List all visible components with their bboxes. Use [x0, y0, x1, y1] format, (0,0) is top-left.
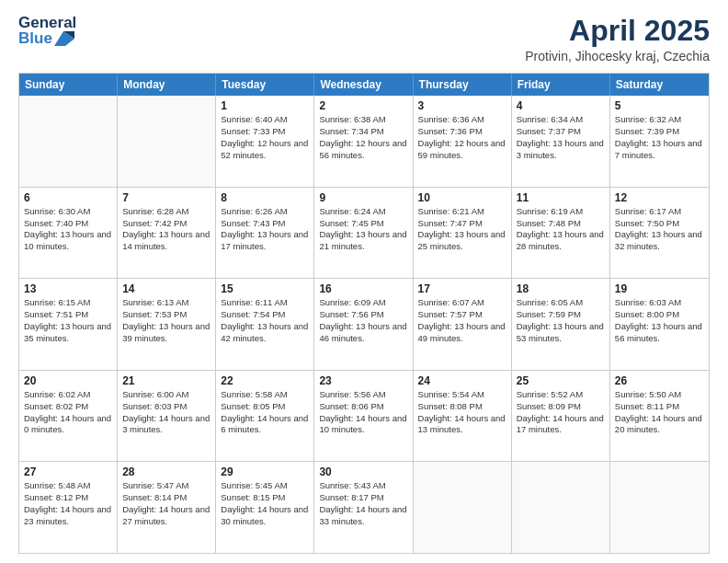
day-number: 2	[319, 99, 407, 112]
calendar-cell: 18Sunrise: 6:05 AM Sunset: 7:59 PM Dayli…	[512, 279, 610, 370]
day-detail: Sunrise: 6:19 AM Sunset: 7:48 PM Dayligh…	[517, 206, 605, 253]
day-detail: Sunrise: 6:00 AM Sunset: 8:03 PM Dayligh…	[122, 389, 210, 436]
calendar-cell	[512, 462, 610, 553]
day-number: 10	[418, 191, 506, 204]
day-number: 7	[122, 191, 210, 204]
day-detail: Sunrise: 6:13 AM Sunset: 7:53 PM Dayligh…	[122, 297, 210, 344]
day-number: 15	[221, 282, 309, 295]
day-detail: Sunrise: 6:05 AM Sunset: 7:59 PM Dayligh…	[517, 297, 605, 344]
weekday-header: Friday	[512, 74, 610, 96]
calendar-cell: 27Sunrise: 5:48 AM Sunset: 8:12 PM Dayli…	[19, 462, 118, 553]
calendar-cell: 11Sunrise: 6:19 AM Sunset: 7:48 PM Dayli…	[512, 188, 610, 279]
calendar-cell: 1Sunrise: 6:40 AM Sunset: 7:33 PM Daylig…	[216, 96, 314, 187]
logo-blue: Blue	[18, 30, 52, 46]
calendar-cell: 20Sunrise: 6:02 AM Sunset: 8:02 PM Dayli…	[19, 371, 118, 462]
day-detail: Sunrise: 6:11 AM Sunset: 7:54 PM Dayligh…	[221, 297, 309, 344]
day-number: 19	[615, 282, 704, 295]
day-detail: Sunrise: 6:28 AM Sunset: 7:42 PM Dayligh…	[122, 206, 210, 253]
calendar-row: 13Sunrise: 6:15 AM Sunset: 7:51 PM Dayli…	[19, 279, 709, 371]
day-number: 21	[122, 374, 210, 387]
day-number: 25	[517, 374, 605, 387]
weekday-header: Wednesday	[314, 74, 413, 96]
day-number: 17	[418, 282, 506, 295]
location: Protivin, Jihocesky kraj, Czechia	[525, 49, 710, 63]
day-detail: Sunrise: 6:32 AM Sunset: 7:39 PM Dayligh…	[615, 114, 704, 161]
calendar-cell: 26Sunrise: 5:50 AM Sunset: 8:11 PM Dayli…	[610, 371, 709, 462]
calendar-cell: 21Sunrise: 6:00 AM Sunset: 8:03 PM Dayli…	[118, 371, 216, 462]
logo: General Blue	[18, 15, 76, 46]
calendar-cell: 23Sunrise: 5:56 AM Sunset: 8:06 PM Dayli…	[314, 371, 413, 462]
day-number: 29	[221, 465, 309, 478]
calendar-cell: 24Sunrise: 5:54 AM Sunset: 8:08 PM Dayli…	[414, 371, 512, 462]
calendar-cell: 16Sunrise: 6:09 AM Sunset: 7:56 PM Dayli…	[314, 279, 413, 370]
day-detail: Sunrise: 6:26 AM Sunset: 7:43 PM Dayligh…	[221, 206, 309, 253]
calendar-cell: 8Sunrise: 6:26 AM Sunset: 7:43 PM Daylig…	[216, 188, 314, 279]
day-detail: Sunrise: 6:40 AM Sunset: 7:33 PM Dayligh…	[221, 114, 309, 161]
calendar: SundayMondayTuesdayWednesdayThursdayFrid…	[18, 73, 710, 554]
calendar-row: 6Sunrise: 6:30 AM Sunset: 7:40 PM Daylig…	[19, 188, 709, 280]
calendar-cell	[414, 462, 512, 553]
month-title: April 2025	[525, 15, 710, 47]
header: General Blue April 2025 Protivin, Jihoce…	[18, 15, 710, 63]
calendar-row: 20Sunrise: 6:02 AM Sunset: 8:02 PM Dayli…	[19, 371, 709, 463]
day-detail: Sunrise: 6:30 AM Sunset: 7:40 PM Dayligh…	[24, 206, 112, 253]
calendar-cell: 22Sunrise: 5:58 AM Sunset: 8:05 PM Dayli…	[216, 371, 314, 462]
day-number: 14	[122, 282, 210, 295]
day-number: 24	[418, 374, 506, 387]
calendar-row: 1Sunrise: 6:40 AM Sunset: 7:33 PM Daylig…	[19, 96, 709, 188]
calendar-cell: 15Sunrise: 6:11 AM Sunset: 7:54 PM Dayli…	[216, 279, 314, 370]
day-number: 20	[24, 374, 112, 387]
calendar-cell: 19Sunrise: 6:03 AM Sunset: 8:00 PM Dayli…	[610, 279, 709, 370]
day-detail: Sunrise: 5:50 AM Sunset: 8:11 PM Dayligh…	[615, 389, 704, 436]
day-number: 22	[221, 374, 309, 387]
calendar-cell	[118, 96, 216, 187]
calendar-cell: 29Sunrise: 5:45 AM Sunset: 8:15 PM Dayli…	[216, 462, 314, 553]
calendar-cell: 30Sunrise: 5:43 AM Sunset: 8:17 PM Dayli…	[314, 462, 413, 553]
calendar-cell: 28Sunrise: 5:47 AM Sunset: 8:14 PM Dayli…	[118, 462, 216, 553]
day-detail: Sunrise: 6:21 AM Sunset: 7:47 PM Dayligh…	[418, 206, 506, 253]
day-number: 27	[24, 465, 112, 478]
calendar-row: 27Sunrise: 5:48 AM Sunset: 8:12 PM Dayli…	[19, 462, 709, 553]
day-number: 8	[221, 191, 309, 204]
calendar-cell: 12Sunrise: 6:17 AM Sunset: 7:50 PM Dayli…	[610, 188, 709, 279]
day-number: 13	[24, 282, 112, 295]
day-number: 6	[24, 191, 112, 204]
day-detail: Sunrise: 5:45 AM Sunset: 8:15 PM Dayligh…	[221, 480, 309, 527]
day-number: 4	[517, 99, 605, 112]
day-detail: Sunrise: 6:34 AM Sunset: 7:37 PM Dayligh…	[517, 114, 605, 161]
calendar-cell: 3Sunrise: 6:36 AM Sunset: 7:36 PM Daylig…	[414, 96, 512, 187]
day-detail: Sunrise: 6:38 AM Sunset: 7:34 PM Dayligh…	[319, 114, 407, 161]
day-detail: Sunrise: 5:58 AM Sunset: 8:05 PM Dayligh…	[221, 389, 309, 436]
day-number: 11	[517, 191, 605, 204]
day-number: 30	[319, 465, 407, 478]
day-number: 9	[319, 191, 407, 204]
calendar-cell: 9Sunrise: 6:24 AM Sunset: 7:45 PM Daylig…	[314, 188, 413, 279]
day-detail: Sunrise: 5:48 AM Sunset: 8:12 PM Dayligh…	[24, 480, 112, 527]
day-number: 1	[221, 99, 309, 112]
day-detail: Sunrise: 5:56 AM Sunset: 8:06 PM Dayligh…	[319, 389, 407, 436]
calendar-cell: 13Sunrise: 6:15 AM Sunset: 7:51 PM Dayli…	[19, 279, 118, 370]
calendar-cell: 14Sunrise: 6:13 AM Sunset: 7:53 PM Dayli…	[118, 279, 216, 370]
day-detail: Sunrise: 6:15 AM Sunset: 7:51 PM Dayligh…	[24, 297, 112, 344]
day-detail: Sunrise: 5:52 AM Sunset: 8:09 PM Dayligh…	[517, 389, 605, 436]
day-detail: Sunrise: 6:17 AM Sunset: 7:50 PM Dayligh…	[615, 206, 704, 253]
calendar-cell: 6Sunrise: 6:30 AM Sunset: 7:40 PM Daylig…	[19, 188, 118, 279]
day-number: 12	[615, 191, 704, 204]
day-number: 23	[319, 374, 407, 387]
calendar-cell	[19, 96, 118, 187]
calendar-cell: 2Sunrise: 6:38 AM Sunset: 7:34 PM Daylig…	[314, 96, 413, 187]
weekday-header: Monday	[118, 74, 216, 96]
day-detail: Sunrise: 6:36 AM Sunset: 7:36 PM Dayligh…	[418, 114, 506, 161]
logo-general: General	[18, 15, 76, 30]
day-detail: Sunrise: 5:47 AM Sunset: 8:14 PM Dayligh…	[122, 480, 210, 527]
day-detail: Sunrise: 5:54 AM Sunset: 8:08 PM Dayligh…	[418, 389, 506, 436]
day-number: 26	[615, 374, 704, 387]
calendar-cell: 17Sunrise: 6:07 AM Sunset: 7:57 PM Dayli…	[414, 279, 512, 370]
weekday-header: Thursday	[414, 74, 512, 96]
day-number: 18	[517, 282, 605, 295]
day-number: 16	[319, 282, 407, 295]
day-detail: Sunrise: 5:43 AM Sunset: 8:17 PM Dayligh…	[319, 480, 407, 527]
day-number: 3	[418, 99, 506, 112]
calendar-cell: 25Sunrise: 5:52 AM Sunset: 8:09 PM Dayli…	[512, 371, 610, 462]
page: General Blue April 2025 Protivin, Jihoce…	[0, 0, 728, 563]
